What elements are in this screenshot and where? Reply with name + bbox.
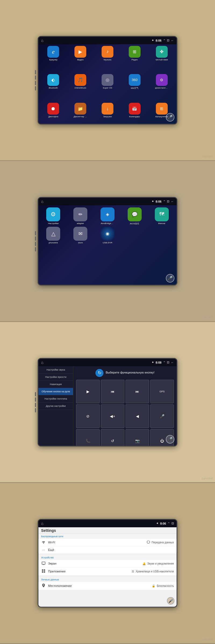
app-item-10[interactable]: ⏺Диктофон xyxy=(41,103,66,124)
side-btn-s2-4[interactable] xyxy=(35,247,36,251)
app-item-3[interactable]: ⊞Радио xyxy=(122,46,147,72)
settings-item-0-1[interactable]: ···Ещё xyxy=(38,546,177,554)
home-icon-3[interactable]: ⌂ xyxy=(41,360,43,365)
mic-button-4[interactable]: 🎤 xyxy=(167,597,174,605)
side-btn-s2-1[interactable] xyxy=(35,231,36,235)
settings-item-icon-2-0 xyxy=(41,584,46,588)
back-icon-3[interactable]: ← xyxy=(171,361,174,364)
expand-icon[interactable]: ⌃ xyxy=(163,39,165,42)
expand-icon-4[interactable]: ⌃ xyxy=(168,522,170,525)
app-item-5[interactable]: ⬖Bluetooth xyxy=(41,74,66,101)
expand-icon-2[interactable]: ⌃ xyxy=(163,200,165,203)
settings-item-text-2-0: Местоположение xyxy=(48,584,150,587)
mic-button-1[interactable]: 🎤 xyxy=(166,113,174,122)
steer-btn-2[interactable]: ⏭ xyxy=(126,380,149,403)
settings-item-0-0[interactable]: Wi-FiПередача данных xyxy=(38,539,177,546)
sidebar-item-1[interactable]: Настройки яркости xyxy=(38,374,73,381)
steer-btn-5[interactable]: ◀+ xyxy=(101,404,124,428)
app-icon-2: ♪ xyxy=(102,46,113,58)
app2-item-4[interactable]: 🗺Manual xyxy=(149,207,174,225)
sidebar-item-3[interactable]: Обучение кнопок на руле xyxy=(38,388,73,395)
app-label-1: Видео xyxy=(77,58,84,61)
home-icon-2[interactable]: ⌂ xyxy=(41,199,43,204)
app-icon-0: e xyxy=(47,46,59,58)
app-icon-8: 360 xyxy=(129,74,141,86)
steer-btn-1[interactable]: ⏮ xyxy=(101,380,124,403)
app-item-8[interactable]: 360360天气 xyxy=(122,74,147,101)
app2-item-1[interactable]: ✏adapter xyxy=(68,207,93,225)
app2-item-5[interactable]: △phonelink xyxy=(41,227,66,244)
steer-btn-7[interactable]: 🎤 xyxy=(150,404,174,428)
window-icon-4[interactable]: ⊡ xyxy=(171,522,174,525)
app-item-1[interactable]: ▶Видео xyxy=(68,46,93,72)
app2-item-7[interactable]: ◉USB-DVR xyxy=(95,227,120,244)
window-icon[interactable]: ⊡ xyxy=(167,39,169,42)
app-item-11[interactable]: 📁Диспетчер ф.. xyxy=(68,103,93,124)
settings-item-right-1-0: 🔔Звуки и уведомления xyxy=(142,562,174,565)
status-bar-3: ⌂ ✦ 8:08 ⌃ ⊡ ← xyxy=(38,359,177,366)
side-btn-s3-3[interactable] xyxy=(35,403,36,407)
mic-button-3[interactable]: 🎤 xyxy=(166,435,174,444)
expand-icon-3[interactable]: ⌃ xyxy=(163,361,165,364)
steer-btn-10[interactable]: 📷 xyxy=(126,429,149,447)
steer-btn-0[interactable]: ▶ xyxy=(76,380,100,403)
settings-item-1-1[interactable]: Приложения☰Хранилище и USB-накопители xyxy=(38,568,177,576)
side-btn-s3-2[interactable] xyxy=(35,397,36,402)
window-icon-2[interactable]: ⊡ xyxy=(167,200,169,203)
app-item-6[interactable]: 🎵OnlineMusic xyxy=(68,74,93,101)
app2-icon-0: ⚙ xyxy=(46,207,60,221)
steer-btn-6[interactable]: ◀ xyxy=(126,404,149,428)
svg-point-0 xyxy=(147,541,150,543)
steer-btn-8[interactable]: 📞 xyxy=(76,429,100,447)
app-item-7[interactable]: ◎Super CD xyxy=(95,74,120,101)
settings-item-right-2-0: 🔒Безопасность xyxy=(152,584,174,587)
side-btn-power[interactable] xyxy=(35,70,36,74)
steer-btn-9[interactable]: ↺ xyxy=(101,429,124,447)
app2-item-3[interactable]: 💬AIOS信任 xyxy=(122,207,147,225)
app-item-4[interactable]: ✤чистый нави xyxy=(149,46,174,72)
app2-item-0[interactable]: ⚙Настройки xyxy=(41,207,66,225)
side-btn-4[interactable] xyxy=(35,86,36,90)
settings-section-header-1: Устройство xyxy=(38,555,177,560)
sidebar-item-5[interactable]: Другие настройки xyxy=(38,402,73,410)
settings-item-1-0[interactable]: Экран🔔Звуки и уведомления xyxy=(38,560,177,568)
app-label-6: OnlineMusic xyxy=(74,87,86,89)
app2-icon-6: ✉ xyxy=(73,227,87,241)
sidebar-item-2[interactable]: Навигация xyxy=(38,381,73,388)
app-item-0[interactable]: eБраузер xyxy=(41,46,66,72)
steering-buttons-grid: ▶⏮⏭GPS⊘◀+◀🎤📞↺📷⏻⌂↩DISPMOD xyxy=(76,380,174,447)
app-item-13[interactable]: 📅Календарь xyxy=(122,103,147,124)
side-btn-s2-2[interactable] xyxy=(35,236,36,241)
side-btn-s3-4[interactable] xyxy=(35,408,36,412)
back-icon-2[interactable]: ← xyxy=(171,200,174,203)
window-icon-3[interactable]: ⊡ xyxy=(167,361,169,364)
app2-icon-2: ◈ xyxy=(101,207,114,221)
steer-btn-4[interactable]: ⊘ xyxy=(76,404,100,428)
svg-rect-4 xyxy=(44,569,45,571)
app-item-9[interactable]: ⚙деинсталляц.. xyxy=(149,74,174,101)
settings-item-2-0[interactable]: Местоположение🔒Безопасность xyxy=(38,582,177,590)
settings-item-text-0-0: Wi-Fi xyxy=(48,541,145,544)
side-btn-s3-1[interactable] xyxy=(35,392,36,396)
app-icon-13: 📅 xyxy=(129,103,141,115)
device-frame-2: ⌂ ✦ 8:06 ⌃ ⊡ ← ⚙Настройки✏adapter◈AiosBr… xyxy=(38,197,177,286)
sidebar-item-4[interactable]: Настройки логотипа xyxy=(38,395,73,402)
back-icon-1[interactable]: ← xyxy=(171,39,174,42)
app-screen-2: ⚙Настройки✏adapter◈AiosBridgeApp💬AIOS信任🗺… xyxy=(38,205,177,285)
mic-button-2[interactable]: 🎤 xyxy=(166,274,174,283)
home-icon-4[interactable]: ⌂ xyxy=(41,521,43,526)
home-icon[interactable]: ⌂ xyxy=(41,38,43,43)
steer-btn-3[interactable]: GPS xyxy=(150,380,174,403)
app-item-12[interactable]: ↓Загрузки xyxy=(95,103,120,124)
side-btn-vol-up[interactable] xyxy=(35,75,36,80)
app2-item-6[interactable]: ✉store xyxy=(68,227,93,244)
steering-title: Выберите функциональную кнопку! xyxy=(106,371,154,374)
app-icon-6: 🎵 xyxy=(74,74,86,86)
settings-section-header-0: Беспроводные сети xyxy=(38,534,177,539)
app2-item-2[interactable]: ◈AiosBridgeApp xyxy=(95,207,120,225)
side-btn-vol-down[interactable] xyxy=(35,81,36,85)
app-item-2[interactable]: ♪Музыка xyxy=(95,46,120,72)
sidebar-item-0[interactable]: Настройки звука xyxy=(38,366,73,374)
side-btn-s2-3[interactable] xyxy=(35,242,36,246)
refresh-button[interactable]: ↻ xyxy=(95,369,103,377)
